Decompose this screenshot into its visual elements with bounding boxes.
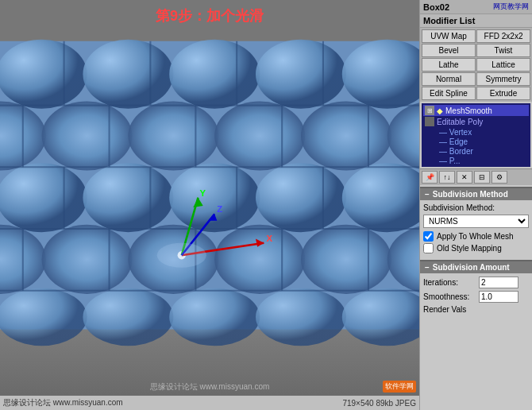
subdivision-method-title: Subdivision Method: [433, 190, 508, 199]
subdivision-method-header[interactable]: − Subdivision Method: [420, 188, 532, 200]
subdivision-amount-title: Subdivision Amount: [433, 263, 510, 272]
viewport-status-right: 719×540 89kb JPEG: [342, 399, 416, 408]
old-style-mapping-label: Old Style Mapping: [437, 244, 502, 253]
svg-point-6: [256, 40, 346, 109]
step-label: 第9步：加个光滑: [156, 6, 264, 25]
web-link: 网页教学网: [493, 2, 529, 12]
iterations-input[interactable]: [479, 277, 519, 288]
subdivision-method-content: Subdivision Method: NURMS Classic Quad O…: [420, 200, 532, 258]
smoothness-input[interactable]: [479, 291, 519, 303]
stack-btn-settings[interactable]: ⚙: [492, 171, 507, 184]
svg-point-26: [83, 288, 173, 346]
svg-text:X: X: [266, 234, 272, 243]
mod-btn-editspline[interactable]: Edit Spline: [422, 87, 476, 100]
right-panel: Box02 网页教学网 Modifier List UVW Map FFD 2x…: [419, 0, 532, 410]
sub-item-polygon[interactable]: — P...: [423, 156, 529, 165]
svg-point-9: [42, 101, 133, 170]
stack-toolbar: 📌 ↑↓ ✕ ⊟ ⚙: [420, 168, 532, 185]
mod-btn-twist[interactable]: Twist: [476, 44, 530, 57]
logo-badge: 软件学网: [383, 381, 416, 393]
mod-btn-lattice[interactable]: Lattice: [476, 58, 530, 72]
svg-point-25: [0, 288, 87, 346]
app: Y Z X 第9步：加个光滑 思缘设计论坛 www.missyuan.com 思…: [0, 0, 532, 410]
apply-whole-mesh-label: Apply To Whole Mesh: [437, 232, 514, 241]
mod-btn-extrude[interactable]: Extrude: [476, 87, 530, 100]
sub-item-vertex[interactable]: — Vertex: [423, 127, 529, 137]
apply-whole-mesh-row: Apply To Whole Mesh: [423, 231, 529, 242]
meshsmooth-icon: ⊞: [425, 106, 434, 115]
meshsmooth-toggle: ◆: [437, 106, 443, 115]
svg-text:Z: Z: [217, 204, 222, 214]
stack-btn-collapse[interactable]: ⊟: [474, 171, 490, 184]
modifier-button-grid: UVW Map FFD 2x2x2 Bevel Twist Lathe Latt…: [420, 28, 532, 102]
svg-point-14: [0, 163, 87, 232]
render-vals-label: Render Vals: [423, 305, 529, 314]
meshsmooth-label: MeshSmooth: [445, 106, 492, 115]
smoothness-label: Smoothness:: [423, 292, 479, 301]
subdivision-amount-content: Iterations: Smoothness: Render Vals: [420, 273, 532, 319]
svg-point-4: [83, 40, 173, 109]
svg-point-17: [256, 163, 346, 232]
watermark-text: 思缘设计论坛 www.missyuan.com: [0, 381, 419, 393]
object-name-row: Box02 网页教学网: [420, 0, 532, 14]
svg-point-15: [83, 163, 173, 232]
subdivision-method-label-row: Subdivision Method:: [423, 203, 529, 212]
main-layout: Y Z X 第9步：加个光滑 思缘设计论坛 www.missyuan.com 思…: [0, 0, 532, 410]
collapse-icon-subdivision: −: [425, 190, 430, 199]
subdivision-method-field-label: Subdivision Method:: [423, 203, 529, 212]
viewport-statusbar: 思缘设计论坛 www.missyuan.com 719×540 89kb JPE…: [0, 396, 419, 410]
svg-text:Y: Y: [200, 188, 206, 198]
smoothness-row: Smoothness:: [423, 291, 529, 303]
sub-item-border[interactable]: — Border: [423, 146, 529, 156]
mod-btn-uvwmap[interactable]: UVW Map: [422, 29, 476, 43]
viewport-status-left: 思缘设计论坛 www.missyuan.com: [3, 397, 342, 408]
svg-point-22: [214, 225, 305, 294]
svg-point-23: [301, 225, 391, 294]
collapse-icon-amount: −: [425, 263, 430, 272]
old-style-mapping-checkbox[interactable]: [423, 243, 434, 253]
sub-item-edge[interactable]: — Edge: [423, 137, 529, 146]
subdivision-method-dropdown[interactable]: NURMS Classic Quad Output: [423, 215, 529, 228]
editpoly-label: Editable Poly: [437, 118, 483, 126]
stack-item-meshsmooth[interactable]: ⊞ ◆ MeshSmooth: [423, 105, 529, 116]
stack-item-editablepoly[interactable]: Editable Poly: [423, 116, 529, 127]
svg-point-10: [128, 101, 218, 170]
apply-whole-mesh-checkbox[interactable]: [423, 231, 434, 242]
svg-point-28: [256, 288, 346, 346]
svg-point-3: [0, 40, 87, 109]
svg-point-16: [169, 163, 260, 232]
subdivision-amount-header[interactable]: − Subdivision Amount: [420, 261, 532, 273]
modifier-list-label: Modifier List: [420, 14, 532, 28]
viewport-background: Y Z X: [0, 0, 419, 410]
old-style-mapping-row: Old Style Mapping: [423, 243, 529, 253]
svg-point-62: [157, 243, 206, 268]
svg-point-11: [214, 101, 305, 170]
mod-btn-ffd[interactable]: FFD 2x2x2: [476, 29, 530, 43]
stack-btn-move[interactable]: ↑↓: [439, 171, 455, 184]
stack-btn-pin[interactable]: 📌: [422, 171, 438, 184]
svg-point-27: [169, 288, 260, 346]
viewport[interactable]: Y Z X 第9步：加个光滑 思缘设计论坛 www.missyuan.com 思…: [0, 0, 419, 410]
mod-btn-symmetry[interactable]: Symmetry: [476, 72, 530, 86]
svg-point-5: [169, 40, 260, 109]
editpoly-icon: [425, 117, 434, 126]
stack-btn-delete[interactable]: ✕: [457, 171, 472, 184]
subdivision-amount-section: − Subdivision Amount Iterations: Smoothn…: [420, 260, 532, 319]
subdivision-method-dropdown-row: NURMS Classic Quad Output: [423, 215, 529, 228]
object-name: Box02: [423, 2, 493, 12]
modifier-stack: ⊞ ◆ MeshSmooth Editable Poly — Vertex — …: [422, 103, 530, 167]
iterations-label: Iterations:: [423, 278, 479, 287]
subdivision-method-section: − Subdivision Method Subdivision Method:…: [420, 187, 532, 258]
mod-btn-normal[interactable]: Normal: [422, 72, 476, 86]
iterations-row: Iterations:: [423, 277, 529, 288]
mod-btn-lathe[interactable]: Lathe: [422, 58, 476, 72]
svg-point-12: [301, 101, 391, 170]
svg-point-20: [42, 225, 133, 294]
mod-btn-bevel[interactable]: Bevel: [422, 44, 476, 57]
render-vals-row: Render Vals: [423, 305, 529, 314]
